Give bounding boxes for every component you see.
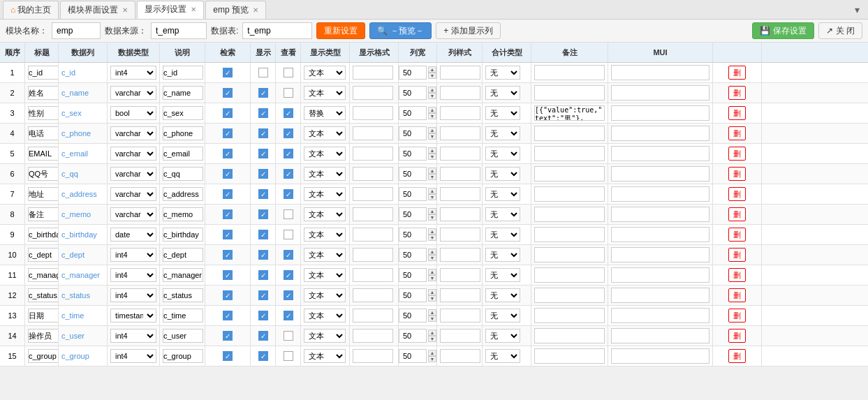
checkbox[interactable]	[258, 230, 268, 239]
delete-button[interactable]: 删	[728, 86, 746, 100]
dtype-select[interactable]: int4varcharbooldatetimestamptextfloat4	[110, 268, 156, 282]
note-textarea[interactable]	[534, 207, 605, 222]
title-input[interactable]	[28, 329, 59, 343]
checkbox[interactable]	[258, 351, 268, 361]
spin-down[interactable]: ▼	[428, 356, 437, 362]
sum-select[interactable]: 无合计平均计数	[485, 349, 520, 363]
format-input[interactable]	[353, 309, 393, 323]
disptype-select[interactable]: 文本替换图片链接日期数字	[304, 309, 346, 323]
note-textarea[interactable]: [{"value":true,"text":"男"},{"value":fals…	[534, 105, 605, 121]
checkbox[interactable]	[258, 331, 268, 341]
checkbox[interactable]	[258, 290, 268, 300]
format-input[interactable]	[353, 106, 393, 120]
preview-button[interactable]: 🔍 －预览－	[369, 22, 432, 39]
spin-down[interactable]: ▼	[428, 113, 437, 119]
checkbox[interactable]	[258, 189, 268, 199]
spin-up[interactable]: ▲	[428, 309, 437, 316]
sum-select[interactable]: 无合计平均计数	[485, 147, 520, 161]
format-input[interactable]	[353, 86, 393, 100]
note-textarea[interactable]	[534, 126, 605, 141]
checkbox[interactable]	[284, 149, 293, 158]
delete-button[interactable]: 删	[728, 106, 746, 120]
dtype-select[interactable]: int4varcharbooldatetimestamptextfloat4	[110, 66, 156, 80]
sum-select[interactable]: 无合计平均计数	[485, 248, 520, 262]
checkbox[interactable]	[284, 209, 293, 219]
spin-down[interactable]: ▼	[428, 255, 437, 261]
checkbox[interactable]	[223, 128, 233, 138]
checkbox[interactable]	[223, 270, 233, 280]
desc-input[interactable]	[163, 66, 203, 80]
sum-select[interactable]: 无合计平均计数	[485, 106, 520, 120]
dtype-select[interactable]: int4varcharbooldatetimestamptextfloat4	[110, 349, 156, 363]
tab-display-settings[interactable]: 显示列设置 ✕	[137, 1, 204, 19]
source-input[interactable]	[151, 22, 207, 39]
table-input[interactable]	[242, 22, 312, 39]
title-input[interactable]	[28, 187, 59, 201]
width-input[interactable]	[399, 309, 427, 323]
checkbox[interactable]	[284, 290, 293, 300]
disptype-select[interactable]: 文本替换图片链接日期数字	[304, 349, 346, 363]
style-input[interactable]	[440, 329, 480, 343]
dtype-select[interactable]: int4varcharbooldatetimestamptextfloat4	[110, 309, 156, 323]
checkbox[interactable]	[284, 108, 293, 118]
checkbox[interactable]	[223, 250, 233, 260]
style-input[interactable]	[440, 187, 480, 201]
style-input[interactable]	[440, 228, 480, 242]
title-input[interactable]	[28, 106, 59, 120]
desc-input[interactable]	[163, 309, 203, 323]
format-input[interactable]	[353, 66, 393, 80]
tab-module-close[interactable]: ✕	[122, 6, 128, 14]
checkbox[interactable]	[223, 290, 233, 300]
checkbox[interactable]	[284, 250, 293, 260]
format-input[interactable]	[353, 268, 393, 282]
note-textarea[interactable]	[534, 247, 605, 262]
title-input[interactable]	[28, 126, 59, 140]
title-input[interactable]	[28, 349, 59, 363]
close-button[interactable]: ↗ 关 闭	[818, 22, 862, 39]
desc-input[interactable]	[163, 106, 203, 120]
checkbox[interactable]	[258, 209, 268, 219]
dtype-select[interactable]: int4varcharbooldatetimestamptextfloat4	[110, 329, 156, 343]
note-textarea[interactable]	[534, 288, 605, 303]
title-input[interactable]	[28, 66, 59, 80]
width-input[interactable]	[399, 288, 427, 302]
note-textarea[interactable]	[534, 328, 605, 343]
spin-down[interactable]: ▼	[428, 194, 437, 200]
format-input[interactable]	[353, 288, 393, 302]
tab-display-close[interactable]: ✕	[191, 6, 196, 13]
tab-home[interactable]: ⌂ 我的主页	[3, 1, 59, 19]
save-button[interactable]: 💾 保存设置	[752, 22, 814, 39]
note-textarea[interactable]	[534, 267, 605, 283]
mui-textarea[interactable]	[611, 186, 709, 202]
format-input[interactable]	[353, 207, 393, 221]
checkbox[interactable]	[223, 149, 233, 158]
desc-input[interactable]	[163, 349, 203, 363]
style-input[interactable]	[440, 126, 480, 140]
note-textarea[interactable]	[534, 166, 605, 182]
disptype-select[interactable]: 文本替换图片链接日期数字	[304, 106, 346, 120]
disptype-select[interactable]: 文本替换图片链接日期数字	[304, 126, 346, 140]
disptype-select[interactable]: 文本替换图片链接日期数字	[304, 86, 346, 100]
spin-up[interactable]: ▲	[428, 249, 437, 255]
spin-down[interactable]: ▼	[428, 93, 437, 99]
spin-up[interactable]: ▲	[428, 289, 437, 295]
note-textarea[interactable]	[534, 308, 605, 323]
sum-select[interactable]: 无合计平均计数	[485, 288, 520, 302]
width-input[interactable]	[399, 106, 427, 120]
title-input[interactable]	[28, 147, 59, 161]
spin-down[interactable]: ▼	[428, 316, 437, 322]
title-input[interactable]	[28, 268, 59, 282]
checkbox[interactable]	[223, 108, 233, 118]
checkbox[interactable]	[284, 230, 293, 239]
mui-textarea[interactable]	[611, 105, 709, 121]
mui-textarea[interactable]	[611, 65, 709, 80]
disptype-select[interactable]: 文本替换图片链接日期数字	[304, 147, 346, 161]
checkbox[interactable]	[284, 88, 293, 98]
disptype-select[interactable]: 文本替换图片链接日期数字	[304, 187, 346, 201]
checkbox[interactable]	[258, 169, 268, 179]
checkbox[interactable]	[258, 128, 268, 138]
delete-button[interactable]: 删	[728, 268, 746, 282]
spin-up[interactable]: ▲	[428, 127, 437, 133]
sum-select[interactable]: 无合计平均计数	[485, 86, 520, 100]
checkbox[interactable]	[223, 169, 233, 179]
